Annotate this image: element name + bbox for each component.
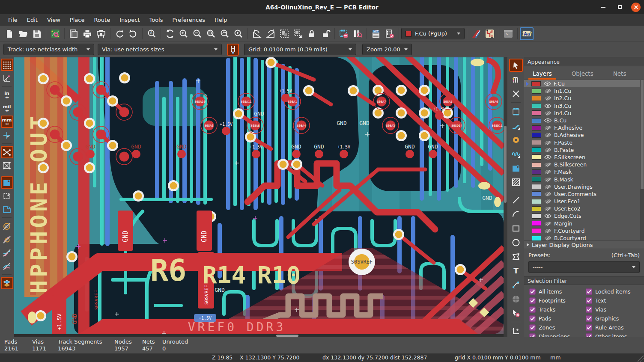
layer-presets-manager-button[interactable] [469, 27, 483, 40]
filter-checkbox-item[interactable]: All items [529, 288, 586, 295]
find-button[interactable]: A [145, 27, 158, 40]
filter-checkbox-item[interactable]: Vias [586, 306, 644, 313]
layer-row[interactable]: B.Cu [524, 117, 644, 124]
ungroup-button[interactable] [291, 27, 305, 40]
visibility-eye-icon[interactable] [544, 132, 552, 138]
high-contrast-mode-button[interactable] [1, 277, 13, 289]
add-dimension-button[interactable] [509, 278, 523, 291]
layer-row[interactable]: B.Paste [524, 146, 644, 154]
track-sketch-mode-button[interactable] [1, 246, 13, 259]
menu-item[interactable]: File [3, 15, 22, 25]
layer-row[interactable]: B.Courtyard [524, 234, 644, 240]
layer-color-swatch[interactable] [532, 133, 541, 138]
filter-checkbox-item[interactable]: Other items [586, 333, 644, 337]
netlist-button[interactable]: NET [369, 27, 383, 40]
highlight-net-button[interactable] [509, 73, 523, 86]
draw-line-button[interactable] [509, 193, 523, 207]
layer-row[interactable]: F.Silkscreen [524, 154, 644, 161]
unlock-button[interactable] [319, 27, 332, 40]
filter-checkbox-item[interactable]: Locked items [586, 288, 644, 295]
filter-checkbox-item[interactable]: Zones [529, 324, 586, 331]
zoom-fit-objects-button[interactable] [218, 27, 232, 40]
layer-color-swatch[interactable] [532, 118, 541, 123]
grid-origin-button[interactable] [509, 324, 523, 338]
filter-checkbox-item[interactable]: Tracks [529, 306, 586, 313]
visibility-eye-icon[interactable] [544, 125, 552, 131]
net-inspector-button[interactable] [483, 27, 497, 40]
checkbox[interactable] [529, 324, 536, 331]
tab-layers[interactable]: Layers [530, 68, 555, 80]
checkbox[interactable] [586, 333, 592, 337]
checkbox[interactable] [529, 297, 536, 304]
checkbox[interactable] [586, 306, 592, 313]
units-mils-button[interactable]: mil↔ [1, 102, 13, 115]
minimize-button[interactable] [599, 3, 608, 12]
delete-tool-button[interactable] [509, 306, 523, 320]
zone-outline-mode-button[interactable] [1, 203, 13, 215]
visibility-eye-icon[interactable] [544, 103, 552, 109]
visibility-eye-icon[interactable] [544, 199, 552, 205]
zoom-dropdown[interactable]: Zoom 20.00 [362, 44, 412, 55]
via-sketch-mode-button[interactable] [1, 220, 13, 232]
layer-color-swatch[interactable] [532, 199, 541, 204]
layer-color-swatch[interactable] [532, 169, 541, 175]
draw-zone-button[interactable] [509, 161, 523, 175]
filter-checkbox-item[interactable]: Text [586, 297, 644, 304]
open-board-button[interactable] [16, 27, 30, 40]
track-width-dropdown[interactable]: Track: use netclass width [3, 44, 94, 55]
filter-checkbox-item[interactable]: Rule Areas [586, 324, 644, 331]
checkbox[interactable] [529, 333, 536, 337]
group-button[interactable] [277, 27, 291, 40]
plot-button[interactable] [94, 27, 108, 40]
layer-selector-dropdown[interactable]: F.Cu (PgUp) [401, 28, 465, 39]
tab-nets[interactable]: Nets [611, 68, 629, 80]
local-ratsnest-button[interactable] [509, 87, 523, 100]
curved-ratsnest-button[interactable] [1, 260, 13, 272]
visibility-eye-icon[interactable] [544, 228, 552, 234]
layer-color-swatch[interactable] [532, 177, 541, 182]
save-button[interactable] [30, 27, 44, 40]
layer-color-swatch[interactable] [532, 147, 541, 152]
menu-item[interactable]: Place [65, 15, 89, 25]
lock-button[interactable] [305, 27, 319, 40]
layer-color-swatch[interactable] [532, 221, 541, 226]
draw-arc-button[interactable] [509, 208, 523, 221]
layer-row[interactable]: F.Courtyard [524, 227, 644, 234]
layer-row[interactable]: F.Paste [524, 139, 644, 146]
maximize-button[interactable] [615, 3, 624, 12]
zoom-selection-button[interactable] [232, 27, 245, 40]
checkbox[interactable] [529, 306, 536, 313]
zoom-in-button[interactable] [177, 27, 191, 40]
canvas-vertical-scrollbar[interactable] [504, 57, 507, 337]
grid-visibility-button[interactable] [1, 59, 13, 71]
visibility-eye-icon[interactable] [544, 176, 552, 182]
scripting-console-button[interactable]: >_ [501, 27, 515, 40]
close-button[interactable] [631, 3, 641, 12]
canvas-horizontal-scrollbar[interactable] [14, 334, 504, 337]
route-tracks-button[interactable] [509, 119, 523, 132]
layer-color-swatch[interactable] [532, 125, 541, 131]
resize-grip[interactable] [638, 356, 644, 362]
filter-checkbox-item[interactable]: Graphics [586, 315, 644, 322]
zoom-out-button[interactable] [191, 27, 204, 40]
rotate-ccw-button[interactable] [250, 27, 264, 40]
layer-color-swatch[interactable] [532, 191, 541, 196]
menu-item[interactable]: Route [89, 15, 115, 25]
layer-color-swatch[interactable] [532, 103, 541, 108]
presets-dropdown[interactable]: ----- [528, 261, 640, 273]
pad-sketch-mode-button[interactable] [1, 233, 13, 246]
layer-color-swatch[interactable] [532, 140, 541, 145]
filter-checkbox-item[interactable]: Footprints [529, 297, 586, 304]
checkbox[interactable] [529, 288, 536, 295]
board-setup-button[interactable] [48, 27, 62, 40]
layer-color-swatch[interactable] [532, 206, 541, 211]
layer-color-swatch[interactable] [531, 81, 541, 86]
menu-item[interactable]: Edit [22, 15, 42, 25]
print-button[interactable] [80, 27, 94, 40]
layer-row[interactable]: In1.Cu [524, 87, 644, 95]
units-mm-button[interactable]: mm↔ [1, 116, 13, 128]
visibility-eye-icon[interactable] [544, 88, 552, 94]
redo-button[interactable] [126, 27, 140, 40]
cursor-shape-button[interactable] [1, 129, 13, 141]
pcb-canvas[interactable]: HPPHONE OUT GND VRE [14, 57, 504, 334]
